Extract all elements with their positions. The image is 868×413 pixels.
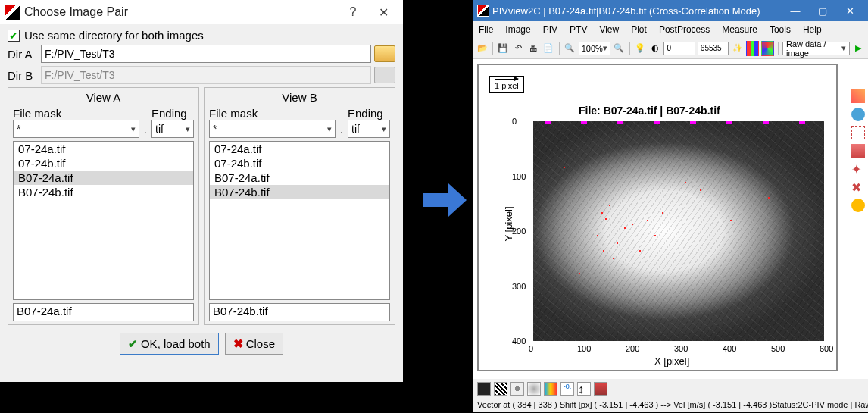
bt-icon-2[interactable] xyxy=(494,382,507,396)
dir-a-input[interactable] xyxy=(41,45,371,63)
list-item[interactable]: 07-24b.tif xyxy=(14,156,193,171)
same-dir-checkbox[interactable]: ✔ xyxy=(8,30,20,42)
list-item[interactable]: 07-24a.tif xyxy=(210,142,389,156)
print-icon[interactable]: 🖶 xyxy=(527,41,540,56)
star-tool-icon[interactable]: ✦ xyxy=(851,162,865,176)
menu-view[interactable]: View xyxy=(596,23,622,36)
list-item[interactable]: B07-24a.tif xyxy=(14,171,193,185)
dialog-titlebar: Choose Image Pair ? ✕ xyxy=(0,0,403,24)
maximize-button[interactable]: ▢ xyxy=(809,0,836,21)
browse-dir-b-button xyxy=(374,67,395,83)
bt-icon-1[interactable] xyxy=(477,382,491,396)
side-toolbar: ✦ ✖ xyxy=(848,89,868,212)
chevron-down-icon: ▾ xyxy=(131,124,136,134)
toolbar: 📂 💾 ↶ 🖶 📄 🔍 100%▾ 🔍 💡 ◐ 0 65535 ✨ Raw da… xyxy=(473,38,868,59)
list-item[interactable]: 07-24a.tif xyxy=(14,142,193,156)
status-right: Status:2C-PIV mode | Raw data xyxy=(772,400,868,411)
menubar: FileImagePIVPTVViewPlotPostProcessMeasur… xyxy=(473,21,868,38)
menu-image[interactable]: Image xyxy=(502,23,533,36)
menu-postprocess[interactable]: PostProcess xyxy=(656,23,713,36)
zoom-in-icon[interactable]: 🔍 xyxy=(613,41,626,56)
delete-tool-icon[interactable]: ✖ xyxy=(851,180,865,194)
mask-a-select[interactable]: *▾ xyxy=(13,120,139,138)
grid-icon[interactable] xyxy=(746,41,759,56)
bt-icon-5[interactable] xyxy=(544,382,557,396)
run-icon[interactable]: ▶ xyxy=(852,41,865,56)
close-window-button[interactable]: ✕ xyxy=(836,0,863,21)
open-file-icon[interactable]: 📂 xyxy=(476,41,489,56)
x-tick: 0 xyxy=(529,344,533,353)
check-icon: ✔ xyxy=(128,337,138,351)
y-tick: 100 xyxy=(512,172,526,181)
y-tick: 400 xyxy=(512,336,526,346)
marker-tool-icon[interactable] xyxy=(851,199,865,212)
save-icon[interactable]: 💾 xyxy=(497,41,510,56)
bt-icon-6[interactable]: -0. xyxy=(560,382,574,396)
dir-b-label: Dir B xyxy=(8,69,41,82)
menu-help[interactable]: Help xyxy=(800,23,825,36)
bt-icon-3[interactable] xyxy=(510,382,524,396)
dir-b-input xyxy=(41,66,371,84)
view-b-panel: View B File mask Ending *▾ . tif▾ 07-24a… xyxy=(204,87,395,325)
close-button[interactable]: ✖Close xyxy=(225,333,283,355)
lightbulb-icon[interactable]: 💡 xyxy=(633,41,646,56)
min-intensity-stepper[interactable]: 0 xyxy=(663,42,695,55)
list-item[interactable]: B07-24b.tif xyxy=(14,185,193,199)
mask-b-select[interactable]: *▾ xyxy=(209,120,336,138)
app-logo-icon xyxy=(5,5,20,20)
zoom-select[interactable]: 100%▾ xyxy=(579,42,610,55)
x-tick: 100 xyxy=(577,344,591,353)
ending-a-select[interactable]: tif▾ xyxy=(151,120,194,138)
arrow-icon xyxy=(495,79,518,80)
menu-plot[interactable]: Plot xyxy=(628,23,650,36)
file-list-a[interactable]: 07-24a.tif07-24b.tifB07-24a.tifB07-24b.t… xyxy=(13,141,194,300)
ending-b-label: Ending xyxy=(348,107,390,120)
selected-b-field[interactable]: B07-24b.tif xyxy=(209,303,390,321)
bt-icon-7[interactable]: ↕ xyxy=(577,382,591,396)
x-tick: 500 xyxy=(771,344,785,353)
image-canvas[interactable] xyxy=(533,121,824,341)
browse-dir-a-button[interactable] xyxy=(374,45,395,62)
palette-icon[interactable] xyxy=(761,41,774,56)
chevron-down-icon: ▾ xyxy=(186,124,190,134)
wand-icon[interactable]: ✨ xyxy=(731,41,744,56)
x-tick: 400 xyxy=(723,344,736,353)
zoom-out-icon[interactable]: 🔍 xyxy=(564,41,576,56)
list-item[interactable]: 07-24b.tif xyxy=(210,156,389,171)
close-window-button[interactable]: ✕ xyxy=(368,0,398,24)
mask-tool-icon[interactable] xyxy=(851,108,865,121)
x-tick: 200 xyxy=(626,344,639,353)
bt-icon-8[interactable] xyxy=(594,382,607,396)
menu-file[interactable]: File xyxy=(476,23,496,36)
list-item[interactable]: B07-24b.tif xyxy=(210,185,389,199)
export-icon[interactable]: 📄 xyxy=(542,41,555,56)
menu-piv[interactable]: PIV xyxy=(540,23,560,36)
contrast-icon[interactable]: ◐ xyxy=(648,41,661,56)
file-list-b[interactable]: 07-24a.tif07-24b.tifB07-24a.tifB07-24b.t… xyxy=(209,141,390,300)
max-intensity-stepper[interactable]: 65535 xyxy=(698,42,729,55)
bt-icon-4[interactable] xyxy=(527,382,541,396)
app-logo-icon xyxy=(477,5,489,17)
display-mode-select[interactable]: Raw data / image▾ xyxy=(782,42,850,55)
same-dir-label: Use same directory for both images xyxy=(24,29,204,42)
x-tick: 600 xyxy=(820,344,833,353)
x-icon: ✖ xyxy=(233,336,243,351)
region-tool-icon[interactable] xyxy=(851,144,865,158)
ok-load-both-button[interactable]: ✔OK, load both xyxy=(120,333,219,355)
x-tick: 300 xyxy=(674,344,688,353)
chevron-down-icon: ▾ xyxy=(382,124,386,134)
vector-tool-icon[interactable] xyxy=(851,89,865,103)
select-tool-icon[interactable] xyxy=(851,126,865,139)
menu-measure[interactable]: Measure xyxy=(719,23,760,36)
menu-tools[interactable]: Tools xyxy=(767,23,794,36)
menu-ptv[interactable]: PTV xyxy=(567,23,590,36)
undo-icon[interactable]: ↶ xyxy=(512,41,525,56)
selected-a-field[interactable]: B07-24a.tif xyxy=(13,303,194,321)
list-item[interactable]: B07-24a.tif xyxy=(210,171,389,185)
help-button[interactable]: ? xyxy=(338,0,368,24)
y-tick: 300 xyxy=(512,282,526,291)
ending-b-select[interactable]: tif▾ xyxy=(348,120,390,138)
minimize-button[interactable]: — xyxy=(782,0,809,21)
pivview-main-window: PIVview2C | B07-24a.tif|B07-24b.tif (Cro… xyxy=(473,0,868,412)
mask-b-label: File mask xyxy=(209,107,345,120)
